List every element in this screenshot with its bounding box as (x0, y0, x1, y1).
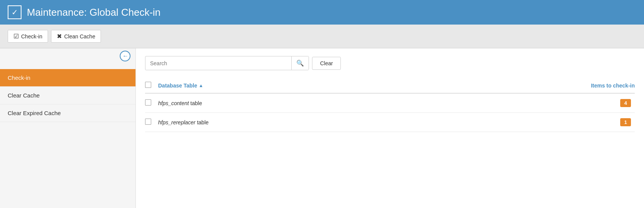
badge-1: 1 (620, 118, 631, 126)
search-input[interactable] (145, 57, 291, 69)
sidebar-item-checkin[interactable]: Check-in (0, 69, 135, 87)
content-area: 🔍 Clear Database Table ▲ Items to check-… (136, 48, 644, 208)
search-icon: 🔍 (296, 60, 304, 66)
sidebar: ← Check-in Clear Cache Clear Expired Cac… (0, 48, 136, 208)
row-items-count-1: 1 (558, 118, 635, 126)
badge-0: 4 (620, 99, 631, 107)
col-items-header: Items to check-in (558, 83, 635, 89)
svg-text:←: ← (122, 53, 129, 59)
header-icon: ✓ (8, 5, 21, 19)
table-row: hfps_rereplacer table 1 (145, 113, 635, 132)
back-icon: ← (120, 51, 130, 64)
main-layout: ← Check-in Clear Cache Clear Expired Cac… (0, 48, 644, 208)
checkin-icon: ☑ (13, 33, 19, 40)
cleancache-button[interactable]: ✖ Clean Cache (51, 30, 101, 43)
sidebar-nav: Check-in Clear Cache Clear Expired Cache (0, 69, 135, 122)
cleancache-icon: ✖ (57, 33, 62, 40)
page-title: Maintenance: Global Check-in (27, 7, 160, 18)
sidebar-item-clearcache[interactable]: Clear Cache (0, 87, 135, 104)
row-checkbox-0[interactable] (145, 99, 151, 106)
col-name-header[interactable]: Database Table ▲ (158, 83, 558, 89)
toolbar: ☑ Check-in ✖ Clean Cache (0, 25, 644, 48)
sidebar-item-clearexpiredcache[interactable]: Clear Expired Cache (0, 104, 135, 122)
table-body: hfps_content table 4 hfps_rereplacer tab… (145, 94, 635, 132)
sort-arrow-icon: ▲ (199, 83, 203, 88)
checkin-label: Check-in (21, 33, 42, 40)
checkin-button[interactable]: ☑ Check-in (8, 30, 48, 43)
sidebar-back-button[interactable]: ← (119, 51, 131, 63)
select-all-checkbox[interactable] (145, 82, 151, 88)
row-checkbox-col (145, 99, 158, 107)
cleancache-label: Clean Cache (64, 33, 95, 40)
clear-button[interactable]: Clear (312, 57, 341, 70)
search-input-wrap: 🔍 (145, 56, 309, 70)
row-items-count-0: 4 (558, 99, 635, 107)
page-header: ✓ Maintenance: Global Check-in (0, 0, 644, 25)
search-button[interactable]: 🔍 (291, 56, 309, 70)
search-row: 🔍 Clear (145, 56, 635, 70)
header-checkbox-col (145, 82, 158, 89)
table-row: hfps_content table 4 (145, 94, 635, 113)
row-checkbox-col (145, 119, 158, 126)
row-table-name-1: hfps_rereplacer table (158, 119, 558, 125)
table-header: Database Table ▲ Items to check-in (145, 78, 635, 94)
row-checkbox-1[interactable] (145, 119, 151, 125)
row-table-name-0: hfps_content table (158, 100, 558, 106)
